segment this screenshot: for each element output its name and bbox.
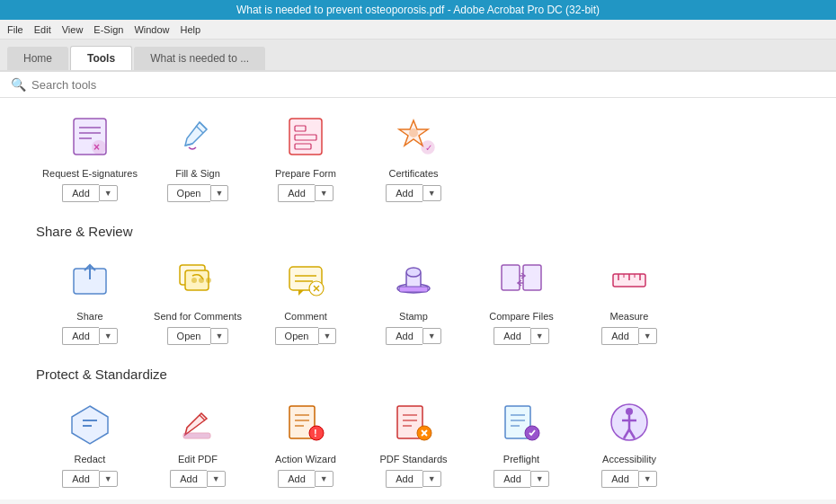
measure-arrow-btn[interactable]: ▼ [638, 328, 657, 344]
request-esignatures-icon: × [64, 111, 116, 163]
redact-arrow-btn[interactable]: ▼ [99, 471, 118, 487]
preflight-icon [495, 396, 547, 448]
compare-files-icon [495, 253, 547, 305]
tab-document[interactable]: What is needed to ... [134, 47, 265, 70]
tool-name-redact: Redact [75, 454, 106, 464]
action-wizard-add-btn[interactable]: Add [278, 470, 315, 488]
tool-stamp: Stamp Add ▼ [360, 253, 467, 345]
tool-send-comments: Send for Comments Open ▼ [144, 253, 252, 345]
action-wizard-btn-group: Add ▼ [278, 470, 334, 488]
request-esignatures-add-btn[interactable]: Add [62, 184, 99, 202]
action-wizard-arrow-btn[interactable]: ▼ [315, 471, 334, 487]
preflight-add-btn[interactable]: Add [494, 470, 530, 488]
stamp-btn-group: Add ▼ [386, 327, 441, 345]
forms-signatures-tools: × Request E-signatures Add ▼ Fill & Sig [36, 107, 800, 211]
redact-add-btn[interactable]: Add [62, 470, 99, 488]
tool-name-stamp: Stamp [399, 311, 428, 322]
tool-fill-sign: Fill & Sign Open ▼ [144, 111, 252, 202]
stamp-add-btn[interactable]: Add [386, 327, 422, 345]
preflight-arrow-btn[interactable]: ▼ [530, 471, 549, 487]
tool-compare-files: Compare Files Add ▼ [467, 253, 575, 345]
svg-text:×: × [93, 141, 100, 154]
prepare-form-add-btn[interactable]: Add [278, 184, 315, 202]
request-esignatures-btn-group: Add ▼ [62, 184, 118, 202]
fill-sign-btn-group: Open ▼ [167, 184, 229, 202]
menu-esign[interactable]: E-Sign [93, 24, 123, 35]
certificates-btn-group: Add ▼ [386, 184, 441, 202]
tool-pdf-standards: PDF Standards Add ▼ [360, 396, 467, 488]
send-comments-open-btn[interactable]: Open [167, 327, 210, 345]
tool-name-send-comments: Send for Comments [154, 311, 242, 322]
menu-bar: File Edit View E-Sign Window Help [0, 20, 836, 40]
pdf-standards-icon [387, 396, 440, 448]
tool-name-pdf-standards: PDF Standards [379, 454, 447, 464]
prepare-form-arrow-btn[interactable]: ▼ [315, 185, 334, 201]
share-arrow-btn[interactable]: ▼ [99, 328, 118, 344]
svg-rect-29 [399, 287, 428, 292]
tool-accessibility: Accessibility Add ▼ [575, 396, 683, 488]
compare-files-add-btn[interactable]: Add [494, 327, 530, 345]
tool-measure: Measure Add ▼ [575, 253, 683, 345]
edit-pdf-add-btn[interactable]: Add [170, 470, 207, 488]
svg-rect-30 [502, 265, 520, 290]
tab-home[interactable]: Home [7, 47, 68, 70]
tool-name-accessibility: Accessibility [602, 454, 656, 464]
certificates-add-btn[interactable]: Add [386, 184, 422, 202]
menu-view[interactable]: View [62, 24, 84, 35]
pdf-standards-add-btn[interactable]: Add [386, 470, 422, 488]
tool-share: Share Add ▼ [36, 253, 144, 345]
edit-pdf-btn-group: Add ▼ [170, 470, 226, 488]
fill-sign-arrow-btn[interactable]: ▼ [210, 185, 229, 201]
certificates-arrow-btn[interactable]: ▼ [422, 185, 441, 201]
svg-marker-20 [298, 290, 304, 296]
protect-standardize-heading: Protect & Standardize [36, 367, 800, 382]
title-text: What is needed to prevent osteoporosis.p… [236, 4, 600, 16]
tab-tools[interactable]: Tools [70, 46, 132, 70]
stamp-arrow-btn[interactable]: ▼ [422, 328, 441, 344]
menu-help[interactable]: Help [181, 24, 201, 35]
accessibility-arrow-btn[interactable]: ▼ [638, 471, 657, 487]
prepare-form-icon [280, 111, 332, 163]
svg-point-18 [206, 278, 211, 283]
title-bar: What is needed to prevent osteoporosis.p… [0, 0, 836, 20]
svg-point-28 [406, 268, 421, 277]
measure-icon [603, 253, 655, 305]
tool-comment: Comment Open ▼ [252, 253, 360, 345]
send-comments-arrow-btn[interactable]: ▼ [210, 328, 229, 344]
edit-pdf-arrow-btn[interactable]: ▼ [207, 471, 226, 487]
tool-name-fill-sign: Fill & Sign [175, 168, 220, 179]
preflight-btn-group: Add ▼ [494, 470, 549, 488]
tool-certificates: ✓ Certificates Add ▼ [360, 111, 467, 202]
prepare-form-btn-group: Add ▼ [278, 184, 334, 202]
redact-btn-group: Add ▼ [62, 470, 118, 488]
tool-name-preflight: Preflight [503, 454, 539, 464]
tab-bar: Home Tools What is needed to ... [0, 40, 836, 72]
svg-text:!: ! [314, 428, 317, 438]
menu-window[interactable]: Window [134, 24, 169, 35]
measure-btn-group: Add ▼ [601, 327, 657, 345]
compare-files-arrow-btn[interactable]: ▼ [530, 328, 549, 344]
tool-prepare-form: Prepare Form Add ▼ [252, 111, 360, 202]
pdf-standards-arrow-btn[interactable]: ▼ [422, 471, 441, 487]
menu-edit[interactable]: Edit [34, 24, 51, 35]
tool-name-comment: Comment [284, 311, 327, 322]
tool-action-wizard: ! Action Wizard Add ▼ [252, 396, 360, 488]
comment-open-btn[interactable]: Open [275, 327, 318, 345]
search-bar: 🔍 [0, 72, 836, 98]
menu-file[interactable]: File [7, 24, 23, 35]
tool-preflight: Preflight Add ▼ [467, 396, 575, 488]
action-wizard-icon: ! [280, 396, 332, 448]
compare-files-btn-group: Add ▼ [494, 327, 549, 345]
svg-point-17 [199, 278, 204, 283]
accessibility-btn-group: Add ▼ [601, 470, 657, 488]
svg-rect-31 [523, 265, 541, 290]
tool-name-edit-pdf: Edit PDF [178, 454, 218, 464]
request-esignatures-arrow-btn[interactable]: ▼ [99, 185, 118, 201]
share-add-btn[interactable]: Add [62, 327, 99, 345]
fill-sign-open-btn[interactable]: Open [167, 184, 210, 202]
accessibility-add-btn[interactable]: Add [601, 470, 638, 488]
comment-arrow-btn[interactable]: ▼ [318, 328, 337, 344]
search-input[interactable] [31, 78, 211, 92]
share-icon [64, 253, 116, 305]
measure-add-btn[interactable]: Add [601, 327, 638, 345]
